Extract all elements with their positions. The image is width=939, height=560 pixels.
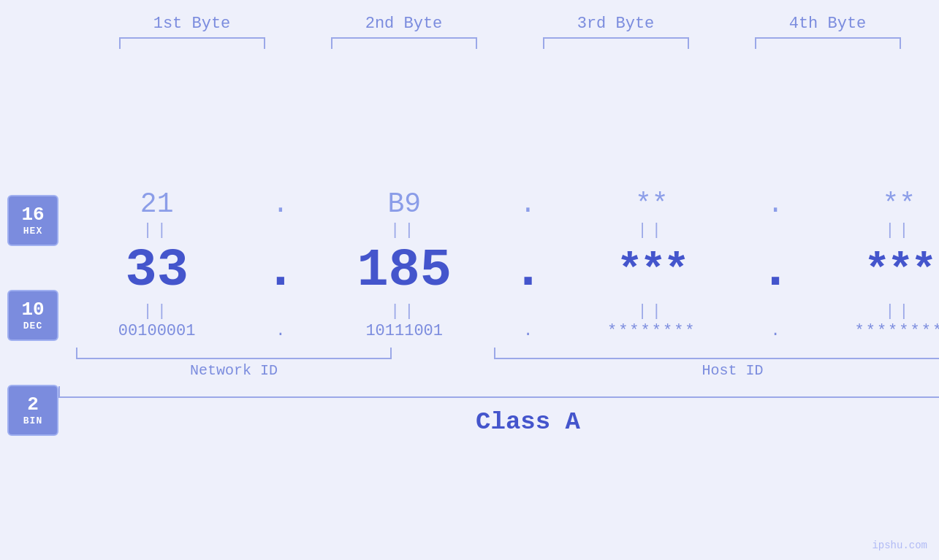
hex-row: 21 . B9 . ** . ** [58,188,939,220]
dec-dot1: . [266,241,295,301]
eq1-b4: || [826,221,939,239]
watermark: ipshu.com [872,540,927,551]
equals-row-1: || || || || [58,221,939,239]
dec-dot2: . [513,241,542,301]
hex-badge-number: 16 [21,204,44,226]
hex-dot2: . [513,188,542,220]
eq2-b2: || [331,302,477,321]
bin-row: 00100001 . 10111001 . ******** . [58,322,939,340]
eq2-b1: || [84,302,230,321]
bin-dot3: . [761,322,790,340]
eq1-b2: || [331,221,477,239]
rows-area: 21 . B9 . ** . ** [58,181,939,436]
top-brackets [110,37,939,49]
byte-headers: 1st Byte 2nd Byte 3rd Byte 4th Byte [110,15,939,33]
dec-badge-number: 10 [21,299,44,321]
host-bracket [494,348,939,359]
bracket-byte4 [755,37,901,49]
dec-b2: 185 [331,241,477,301]
hex-b1: 21 [84,188,230,220]
content-area: 16 HEX 10 DEC 2 BIN 21 . [0,56,939,560]
eq1-b3: || [579,221,725,239]
dec-badge: 10 DEC [7,290,58,341]
dec-dot3: . [761,241,790,301]
byte2-header: 2nd Byte [331,15,477,33]
eq2-b3: || [579,302,725,321]
eq2-b4: || [826,302,939,321]
hex-badge-label: HEX [23,226,42,237]
byte4-header: 4th Byte [755,15,901,33]
hex-b4: ** [826,188,939,220]
host-id-section: Host ID [468,348,939,379]
bin-b1: 00100001 [84,322,230,340]
hex-b3: ** [579,188,725,220]
bin-badge-number: 2 [27,394,39,415]
bracket-byte2 [331,37,477,49]
hex-dot1: . [266,188,295,220]
bin-b2: 10111001 [331,322,477,340]
class-label: Class A [58,408,939,436]
hex-dot3: . [761,188,790,220]
badges-column: 16 HEX 10 DEC 2 BIN [0,195,58,436]
bin-b3: ******** [579,322,725,340]
network-id-label: Network ID [190,362,278,379]
dec-b1: 33 [84,241,230,301]
hex-b2: B9 [331,188,477,220]
hex-badge: 16 HEX [7,195,58,246]
host-id-label: Host ID [702,362,763,379]
bin-dot1: . [266,322,295,340]
equals-row-2: || || || || [58,302,939,321]
bin-badge-label: BIN [23,415,42,426]
byte1-header: 1st Byte [119,15,265,33]
dec-b3: *** [579,246,725,296]
dec-row: 33 . 185 . *** . *** [58,241,939,301]
main-container: 1st Byte 2nd Byte 3rd Byte 4th Byte 16 H… [0,0,939,560]
dec-b4: *** [826,246,939,296]
bottom-id-section: Network ID Host ID [58,348,939,379]
eq1-b1: || [84,221,230,239]
bin-badge: 2 BIN [7,385,58,436]
byte3-header: 3rd Byte [543,15,689,33]
dec-badge-label: DEC [23,321,42,331]
bracket-byte1 [119,37,265,49]
bin-b4: ******** [826,322,939,340]
network-bracket [76,348,392,359]
bracket-byte3 [543,37,689,49]
all-bracket [58,386,939,398]
network-id-section: Network ID [58,348,409,379]
bin-dot2: . [513,322,542,340]
